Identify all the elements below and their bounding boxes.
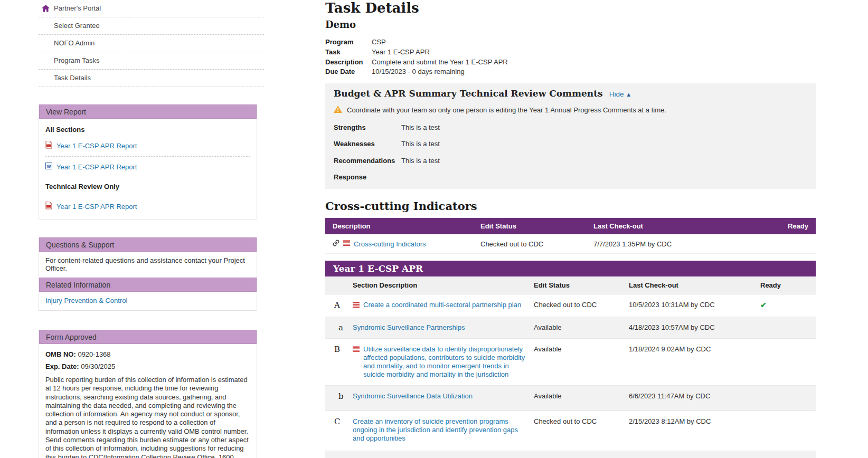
- review-row-label: Strengths: [334, 123, 401, 131]
- review-row-value: This is a test: [401, 123, 440, 131]
- cross-cutting-indicators-link[interactable]: Cross-cutting Indicators: [354, 240, 426, 248]
- report-link-row: Year 1 E-CSP APR Report: [45, 136, 250, 157]
- detail-row: Description Complete and submit the Year…: [325, 58, 816, 68]
- report-link-row: W Year 1 E-CSP APR Report: [45, 157, 250, 177]
- review-row: Weaknesses This is a test: [334, 140, 807, 148]
- nav-label: Select Grantee: [54, 22, 100, 30]
- column-header: Edit Status: [480, 222, 593, 230]
- edit-status: Available: [534, 317, 629, 338]
- nav-item-task-details[interactable]: Task Details: [39, 70, 264, 87]
- section-letter: D: [333, 451, 353, 458]
- last-checkout: 10/5/2023 10:31AM by CDC: [629, 294, 760, 316]
- svg-text:W: W: [47, 164, 51, 169]
- section-letter: B: [333, 339, 353, 360]
- edit-status: Checked out to CDC: [480, 240, 593, 248]
- home-icon: [42, 5, 50, 12]
- sidebar: Partner's Portal Select Grantee NOFO Adm…: [39, 0, 257, 458]
- review-row-value: This is a test: [401, 157, 440, 165]
- task-details-list: Program CSP Task Year 1 E-CSP APR Descri…: [325, 37, 816, 77]
- document-lines-icon: [353, 346, 360, 355]
- section-letter: b: [333, 386, 353, 407]
- column-header: Section Description: [353, 281, 534, 289]
- section-link[interactable]: Syndromic Surveillance Data Utilization: [353, 392, 473, 400]
- review-row-label: Response: [334, 173, 401, 181]
- exp-date-row: Exp. Date: 09/30/2025: [45, 360, 250, 373]
- edit-status: [534, 451, 629, 458]
- nav-item-nofo-admin[interactable]: NOFO Admin: [39, 35, 264, 52]
- main-content: Task Details Demo Program CSP Task Year …: [325, 0, 816, 458]
- nav-label: NOFO Admin: [54, 39, 95, 47]
- detail-value: 10/15/2023 - 0 days remaining: [372, 67, 465, 77]
- pdf-file-icon: [45, 202, 52, 212]
- burden-statement-text: Public reporting burden of this collecti…: [45, 376, 250, 458]
- omb-label: OMB NO:: [45, 350, 76, 358]
- review-row-label: Weaknesses: [334, 140, 401, 148]
- detail-value: Year 1 E-CSP APR: [372, 47, 430, 58]
- last-checkout: 6/6/2023 11:47AM by CDC: [629, 386, 760, 407]
- omb-number-row: OMB NO: 0920-1368: [45, 348, 250, 360]
- cross-cutting-heading: Cross-cutting Indicators: [325, 199, 816, 213]
- review-comments-title: Budget & APR Summary Technical Review Co…: [334, 88, 603, 99]
- review-row-value: This is a test: [401, 140, 440, 148]
- view-report-pdf-link[interactable]: Year 1 E-CSP APR Report: [56, 142, 137, 150]
- table-header-row: Description Edit Status Last Check-out R…: [325, 218, 816, 234]
- nav-label: Program Tasks: [54, 56, 99, 64]
- document-lines-icon: [353, 302, 360, 310]
- review-row: Recommendations This is a test: [334, 157, 807, 165]
- detail-value: CSP: [372, 37, 386, 47]
- all-sections-heading: All Sections: [45, 120, 250, 136]
- table-row: C Create an inventory of suicide prevent…: [325, 411, 816, 451]
- nav-item-partners-portal[interactable]: Partner's Portal: [39, 0, 264, 17]
- technical-review-pdf-link[interactable]: Year 1 E-CSP APR Report: [56, 203, 137, 211]
- detail-label: Description: [325, 58, 372, 68]
- injury-prevention-link[interactable]: Injury Prevention & Control: [45, 297, 127, 304]
- table-row: A Create a coordinated multi-sectoral pa…: [325, 294, 816, 317]
- column-header: Ready: [788, 222, 808, 230]
- word-file-icon: W: [45, 162, 52, 171]
- review-row: Strengths This is a test: [334, 123, 807, 131]
- table-row: B Utilize surveillance data to identify …: [325, 339, 816, 386]
- last-checkout: 7/7/2023 1:35PM by CDC: [593, 240, 774, 248]
- report-link-row: Year 1 E-CSP APR Report: [45, 196, 250, 217]
- questions-support-panel: Questions & Support For content-related …: [39, 237, 257, 311]
- nav-item-select-grantee[interactable]: Select Grantee: [39, 17, 264, 35]
- detail-label: Program: [325, 37, 372, 47]
- detail-value: Complete and submit the Year 1 E-CSP APR: [372, 58, 508, 68]
- section-link[interactable]: Syndromic Surveillance Partnerships: [353, 323, 465, 332]
- column-header: Last Check-out: [629, 281, 760, 289]
- chevron-up-icon: ▲: [626, 91, 631, 98]
- section-link[interactable]: Utilize surveillance data to identify di…: [363, 345, 527, 379]
- column-header: Ready: [760, 281, 808, 289]
- omb-value: 0920-1368: [78, 350, 110, 358]
- view-report-header: View Report: [39, 104, 257, 119]
- last-checkout: 1/18/2024 9:02AM by CDC: [629, 339, 760, 360]
- questions-support-text: For content-related questions and assist…: [39, 252, 257, 278]
- column-header: Last Check-out: [593, 222, 774, 230]
- table-row: b Syndromic Surveillance Data Utilizatio…: [325, 386, 816, 411]
- form-approved-header: Form Approved: [39, 330, 257, 344]
- pdf-file-icon: [45, 141, 52, 151]
- view-report-word-link[interactable]: Year 1 E-CSP APR Report: [56, 163, 137, 171]
- warning-triangle-icon: [334, 106, 342, 114]
- section-link[interactable]: Create an inventory of suicide preventio…: [353, 417, 527, 443]
- column-header: Edit Status: [534, 281, 629, 289]
- document-lines-icon: [343, 240, 350, 248]
- section-letter: A: [333, 294, 353, 316]
- page-subtitle: Demo: [325, 19, 816, 30]
- table-row: a Syndromic Surveillance Partnerships Av…: [325, 317, 816, 339]
- last-checkout: 2/15/2023 8:12AM by CDC: [629, 411, 760, 432]
- exp-date-value: 09/30/2025: [81, 362, 115, 370]
- warning-row: Coordinate with your team so only one pe…: [334, 106, 807, 114]
- detail-row: Task Year 1 E-CSP APR: [325, 47, 816, 58]
- review-comments-panel: Budget & APR Summary Technical Review Co…: [325, 83, 816, 189]
- column-header: Description: [333, 222, 480, 230]
- section-link[interactable]: Create a coordinated multi-sectoral part…: [363, 301, 521, 309]
- table-row: D Strategy, Approach, and Program/Practi…: [325, 451, 816, 458]
- page-title: Task Details: [325, 0, 816, 16]
- section-letter: a: [333, 317, 353, 338]
- hide-toggle-link[interactable]: Hide ▲: [609, 90, 631, 98]
- nav-label: Task Details: [54, 74, 91, 82]
- table-row: Cross-cutting Indicators Checked out to …: [325, 234, 816, 254]
- section-letter: C: [333, 411, 353, 432]
- nav-item-program-tasks[interactable]: Program Tasks: [39, 52, 264, 70]
